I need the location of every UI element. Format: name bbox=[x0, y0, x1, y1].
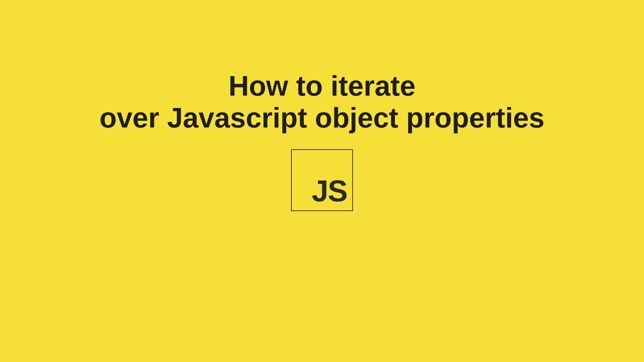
page-title: How to iterate over Javascript object pr… bbox=[0, 70, 644, 134]
title-line-2: over Javascript object properties bbox=[0, 102, 644, 134]
js-logo: JS bbox=[291, 149, 353, 211]
js-logo-text: JS bbox=[312, 176, 347, 206]
title-line-1: How to iterate bbox=[0, 70, 644, 102]
